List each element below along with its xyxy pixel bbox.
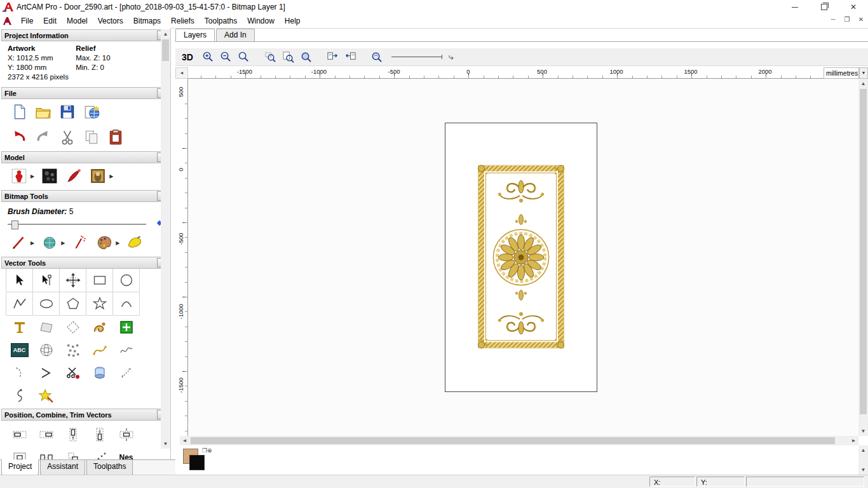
- zoom-box-icon[interactable]: [263, 50, 278, 64]
- scrollbar-thumb[interactable]: [860, 89, 867, 414]
- transform-tool[interactable]: [59, 268, 86, 292]
- slider-handle[interactable]: [11, 220, 18, 229]
- tab-add-in[interactable]: Add In: [216, 29, 255, 41]
- spiral-tool[interactable]: [86, 316, 112, 339]
- menu-model[interactable]: Model: [62, 15, 93, 27]
- open-folder-icon[interactable]: [34, 103, 52, 121]
- scroll-down-icon[interactable]: ▼: [858, 465, 868, 475]
- image-model-icon[interactable]: [89, 167, 107, 185]
- flood-fill-icon[interactable]: [126, 234, 144, 252]
- menu-file[interactable]: File: [16, 15, 38, 27]
- fit-curve-tool[interactable]: [86, 339, 112, 362]
- new-model-icon[interactable]: [10, 103, 28, 121]
- scroll-up-icon[interactable]: ▲: [161, 29, 170, 39]
- distort-vector-tool[interactable]: [33, 316, 59, 339]
- close-button[interactable]: ✕: [839, 0, 868, 14]
- toggle-vector-icon[interactable]: [343, 50, 358, 64]
- free-curve-tool[interactable]: [113, 339, 139, 362]
- scroll-up-icon[interactable]: ▲: [858, 445, 868, 455]
- align-left-icon[interactable]: [6, 423, 32, 446]
- create-arc-tool[interactable]: [112, 292, 140, 316]
- paint-pencil-icon[interactable]: [10, 234, 28, 252]
- scroll-up-icon[interactable]: ▲: [858, 79, 868, 88]
- scroll-left-icon[interactable]: ◄: [180, 436, 189, 445]
- model-sheet[interactable]: [445, 123, 597, 392]
- save-icon[interactable]: [58, 103, 76, 121]
- measure-tool[interactable]: [113, 362, 139, 384]
- arrow-tool[interactable]: [33, 362, 59, 384]
- create-rectangle-tool[interactable]: [86, 268, 113, 292]
- mirror-curl-tool[interactable]: [6, 384, 32, 407]
- align-top-icon[interactable]: [60, 423, 86, 446]
- create-circle-tool[interactable]: [112, 268, 140, 292]
- paste-special-tool[interactable]: [113, 316, 139, 339]
- scrollbar-thumb[interactable]: [162, 39, 169, 61]
- scroll-down-icon[interactable]: ▼: [858, 426, 868, 436]
- slider-track[interactable]: [8, 224, 146, 225]
- sculpt-model-icon[interactable]: [65, 167, 83, 185]
- mdi-minimize-button[interactable]: ─: [829, 16, 837, 23]
- tab-project[interactable]: Project: [1, 459, 39, 475]
- flyout-arrow-icon[interactable]: ▶: [109, 173, 113, 179]
- flyout-arrow-icon[interactable]: ▶: [116, 240, 119, 246]
- preview-relief-icon[interactable]: [370, 50, 385, 64]
- create-text-tool[interactable]: [6, 316, 32, 339]
- spread-h-icon[interactable]: [33, 446, 59, 459]
- paint-sphere-icon[interactable]: [41, 234, 58, 252]
- undo-icon[interactable]: [10, 128, 28, 146]
- zoom-out-icon[interactable]: [219, 50, 234, 64]
- tab-toolpaths[interactable]: Toolpaths: [86, 460, 133, 475]
- tab-assistant[interactable]: Assistant: [40, 460, 85, 475]
- menu-window[interactable]: Window: [242, 15, 280, 27]
- create-star-tool[interactable]: [86, 292, 113, 316]
- lower-pane-scrollbar[interactable]: ▲ ▼: [858, 445, 868, 475]
- scrollbar-thumb[interactable]: [191, 437, 835, 444]
- menu-toolpaths[interactable]: Toolpaths: [200, 15, 242, 27]
- link-colours-icon[interactable]: ❐⊕: [202, 447, 212, 454]
- nudge-icon[interactable]: [60, 446, 86, 459]
- node-editing-tool[interactable]: [32, 268, 60, 292]
- align-right-icon[interactable]: [33, 423, 59, 446]
- scroll-right-icon[interactable]: ►: [849, 436, 858, 445]
- zoom-previous-icon[interactable]: [236, 50, 252, 64]
- contrast-slider[interactable]: [391, 57, 442, 57]
- paste-icon[interactable]: [107, 128, 125, 146]
- wrap-sphere-tool[interactable]: [33, 339, 59, 362]
- flyout-arrow-icon[interactable]: ▶: [61, 240, 65, 246]
- create-ellipse-tool[interactable]: [32, 292, 60, 316]
- palette-icon[interactable]: [95, 234, 113, 252]
- redo-icon[interactable]: [34, 128, 52, 146]
- secondary-colour-swatch[interactable]: [189, 455, 205, 470]
- extrude-tool[interactable]: [86, 362, 112, 384]
- trim-vectors-tool[interactable]: [60, 362, 86, 384]
- brush-diameter-slider[interactable]: [8, 220, 161, 229]
- texture-model-icon[interactable]: [41, 167, 58, 185]
- flyout-arrow-icon[interactable]: ▶: [31, 173, 34, 179]
- nest-vectors-icon[interactable]: Nes: [113, 446, 139, 459]
- mdi-restore-button[interactable]: ❐: [843, 16, 851, 23]
- ruler-corner-button[interactable]: ◄: [175, 67, 188, 79]
- copy-icon[interactable]: [83, 128, 100, 146]
- align-bottom-icon[interactable]: [86, 423, 112, 446]
- export-icon[interactable]: [83, 103, 100, 121]
- maximize-button[interactable]: [810, 0, 839, 14]
- text-block-tool[interactable]: ABC: [6, 339, 32, 362]
- menu-reliefs[interactable]: Reliefs: [166, 15, 200, 27]
- greyscale-model-icon[interactable]: [10, 167, 28, 185]
- mdi-close-button[interactable]: ✕: [857, 16, 865, 23]
- center-in-page-icon[interactable]: [6, 446, 32, 459]
- menu-vectors[interactable]: Vectors: [93, 15, 128, 27]
- canvas-horizontal-scrollbar[interactable]: ◄ ►: [180, 436, 858, 445]
- minimize-button[interactable]: [780, 0, 810, 14]
- paste-along-curve-tool[interactable]: [60, 339, 86, 362]
- zoom-object-icon[interactable]: [299, 50, 314, 64]
- offset-vector-tool[interactable]: [60, 316, 86, 339]
- flyout-arrow-icon[interactable]: ▶: [31, 240, 34, 246]
- zoom-in-icon[interactable]: [201, 50, 216, 64]
- scroll-down-icon[interactable]: ▼: [161, 439, 170, 449]
- tab-layers[interactable]: Layers: [175, 29, 215, 41]
- design-canvas[interactable]: [188, 79, 859, 436]
- menu-bitmaps[interactable]: Bitmaps: [128, 15, 166, 27]
- create-polyline-tool[interactable]: [6, 292, 33, 316]
- align-center-icon[interactable]: [113, 423, 139, 446]
